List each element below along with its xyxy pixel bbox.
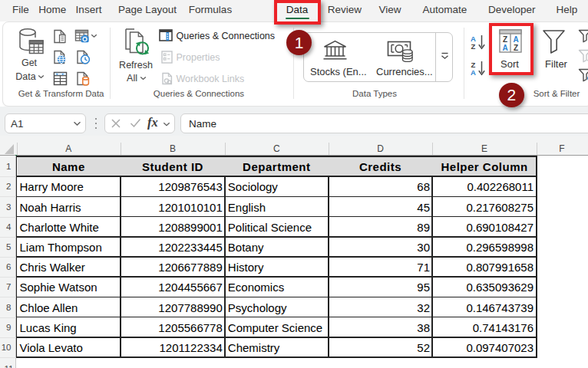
svg-text:Z: Z [471, 42, 475, 51]
svg-text:A: A [471, 68, 476, 77]
